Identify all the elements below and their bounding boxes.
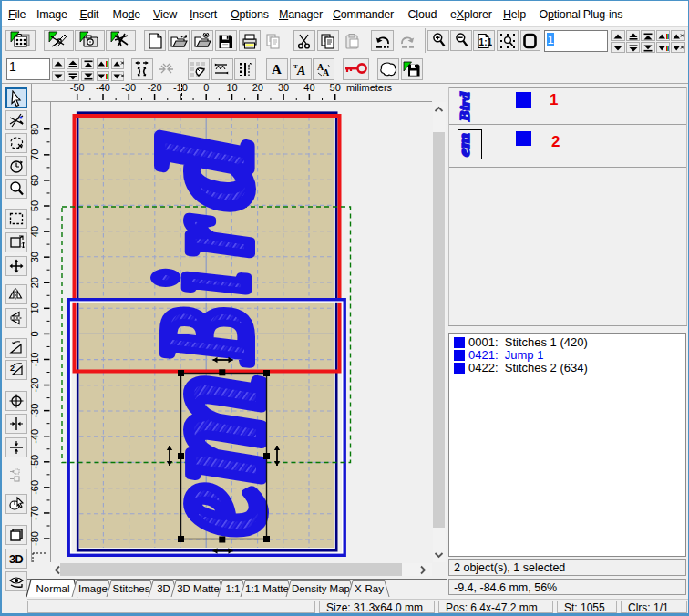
- svg-text:B: B: [134, 307, 278, 364]
- svg-text:em: em: [458, 133, 473, 157]
- svg-text:Stitches: Stitches: [113, 583, 150, 594]
- svg-text:1:1 Matte: 1:1 Matte: [245, 583, 289, 594]
- svg-text:3D: 3D: [157, 583, 170, 594]
- svg-text:1:1: 1:1: [226, 583, 241, 594]
- svg-text:1:1: 1:1: [479, 37, 492, 47]
- svg-text:3D Matte: 3D Matte: [177, 583, 220, 594]
- svg-text:Normal: Normal: [36, 583, 69, 594]
- svg-text:d: d: [134, 136, 278, 208]
- svg-text:r: r: [134, 217, 278, 256]
- svg-text:X-Ray: X-Ray: [355, 583, 384, 594]
- svg-text:Density Map: Density Map: [292, 583, 350, 594]
- svg-text:i: i: [130, 272, 274, 293]
- svg-text:Image: Image: [78, 583, 108, 594]
- svg-text:m: m: [124, 374, 295, 482]
- svg-text:Bird: Bird: [458, 91, 472, 122]
- svg-text:e: e: [124, 484, 295, 536]
